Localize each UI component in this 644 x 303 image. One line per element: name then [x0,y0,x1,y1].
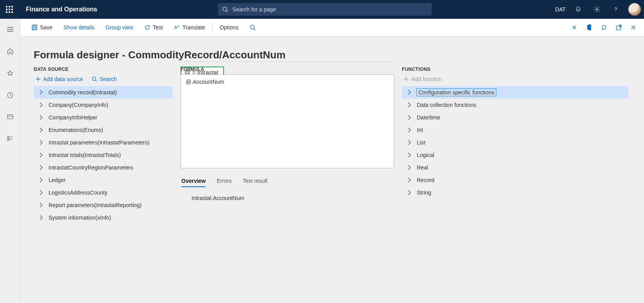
function-category-item[interactable]: Logical [402,149,628,161]
svg-rect-16 [33,28,36,30]
expand-icon [407,140,412,145]
datasource-item[interactable]: Company(CompanyInfo) [34,99,173,111]
translate-button[interactable]: A字 Translate [168,19,211,36]
expand-icon [407,102,412,108]
svg-line-27 [96,80,97,81]
expand-icon [38,215,44,220]
tree-item-label: List [417,139,425,146]
datasource-item[interactable]: LogisticsAddressCounty [34,186,173,199]
nav-recent[interactable] [0,89,20,101]
show-details-button[interactable]: Show details [58,19,100,36]
formula-label: FORMULA [181,67,394,72]
function-category-item[interactable]: Data collection functions [402,99,628,111]
datasource-tree: Commodity record(Intrastat)Company(Compa… [34,86,173,224]
nav-modules[interactable] [0,133,20,145]
notifications-button[interactable] [570,0,587,19]
svg-point-19 [250,25,254,29]
product-name: Finance and Operations [19,6,97,13]
datasource-item[interactable]: Enumerations(Enums) [34,124,173,136]
divider [181,61,394,62]
function-category-item[interactable]: Int [402,124,628,136]
expand-icon [38,165,44,170]
function-category-item[interactable]: Record [402,174,628,186]
popout-button[interactable] [613,22,624,33]
tree-item-label: String [417,189,431,196]
datasource-item[interactable]: Ledger [34,174,173,186]
svg-rect-12 [7,139,9,141]
datasource-search-button[interactable]: Search [92,76,117,82]
action-search-button[interactable] [244,19,261,36]
app-launcher-button[interactable] [0,0,19,19]
action-bar: Save Show details Group view Test A字 Tra… [20,19,644,36]
close-button[interactable] [628,22,639,32]
svg-point-2 [596,9,598,11]
save-icon [31,24,38,31]
svg-line-20 [254,29,255,30]
datasource-item[interactable]: IntrastatCountryRegionParameters [34,161,173,174]
datasource-item[interactable]: System information(xInfo) [34,211,173,224]
datasource-item[interactable]: Commodity record(Intrastat) [34,86,173,99]
svg-point-3 [615,11,616,12]
result-tab[interactable]: Errors [217,178,232,187]
tree-item-label: Configuration specific functions [417,89,496,96]
group-view-button[interactable]: Group view [100,19,139,36]
result-tab[interactable]: Test result [242,178,268,187]
tree-item-label: Logical [417,152,434,158]
datasource-item[interactable]: Intrastat parameters(IntrastatParameters… [34,136,173,149]
modules-icon [7,135,14,142]
popout-icon [616,24,622,31]
function-category-item[interactable]: String [402,186,628,199]
expand-icon [38,127,44,133]
global-search[interactable] [218,3,432,16]
function-category-item[interactable]: Date/time [402,111,628,124]
tree-item-label: Date/time [417,114,440,121]
settings-button[interactable] [588,0,606,19]
result-tab[interactable]: Overview [181,178,206,187]
datasource-item[interactable]: CompanyInfoHelper [34,111,173,124]
datasource-item[interactable]: Intrastat totals(IntrastatTotals) [34,149,173,161]
svg-point-26 [92,77,96,81]
help-button[interactable] [607,0,624,19]
search-icon [250,24,256,31]
connector-button[interactable] [569,22,580,33]
refresh-button[interactable] [599,22,610,33]
nav-home[interactable] [0,45,20,57]
tree-item-label: Int [417,127,423,133]
function-category-item[interactable]: List [402,136,628,149]
translate-icon: A字 [174,24,180,31]
svg-rect-10 [7,137,9,138]
office-button[interactable] [584,22,595,33]
gear-icon [593,6,601,13]
nav-favorites[interactable] [0,67,20,79]
datasource-item[interactable]: Report parameters(IntrastatReporting) [34,199,173,211]
legal-entity[interactable]: DAT [553,6,568,13]
function-category-item[interactable]: Configuration specific functions [402,86,628,99]
refresh-test-icon [144,24,150,31]
svg-rect-8 [7,115,13,119]
page-title: Formula designer - CommodityRecord/Accou… [34,49,628,61]
global-search-input[interactable] [232,6,432,13]
function-category-item[interactable]: Real [402,161,628,174]
options-button[interactable]: Options [214,19,244,36]
svg-text:字: 字 [177,25,179,28]
save-button[interactable]: Save [26,19,58,36]
formula-panel: @ = Intrastat FORMULA @.AccountNum Overv… [181,67,394,224]
nav-expand-button[interactable] [0,23,20,35]
expand-icon [407,190,412,195]
expand-icon [407,127,412,133]
expand-icon [407,152,412,158]
nav-workspaces[interactable] [0,111,20,123]
user-avatar[interactable] [628,3,641,16]
formula-text: @.AccountNum [186,79,224,85]
expand-icon [38,115,44,120]
expand-icon [38,152,44,158]
clock-icon [7,92,14,99]
tree-item-label: Real [417,164,428,171]
add-datasource-button[interactable]: Add data source [35,76,83,82]
tree-item-label: CompanyInfoHelper [49,114,98,121]
waffle-icon [6,6,13,13]
test-label: Test [153,24,163,31]
question-icon [612,6,619,13]
test-button[interactable]: Test [139,19,168,36]
formula-editor[interactable]: @.AccountNum [181,74,394,168]
